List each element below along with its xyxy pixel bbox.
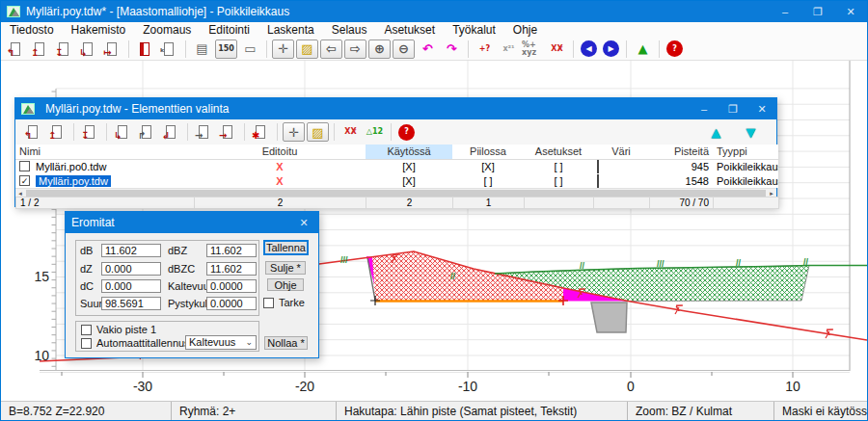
tarke-checkbox-row[interactable]: Tarke [263,297,305,308]
scroll-right-icon[interactable]: ▸ [767,189,776,197]
file-new-icon[interactable]: ᵏ [158,39,180,59]
print-icon[interactable]: ▤ [191,39,213,59]
pan-left-icon[interactable]: ⇦ [320,39,342,59]
row2-piilossa[interactable]: [ ] [452,173,524,188]
dialog-close-button[interactable]: ✕ [747,98,776,119]
file-close-icon[interactable] [134,39,156,59]
auto-checkbox-row[interactable]: Automaattitallennus [81,337,190,349]
sulje-button[interactable]: Sulje * [265,261,306,275]
move-down-icon[interactable]: ▼ [740,122,762,142]
file-read-icon[interactable]: ↰ [5,39,27,59]
row1-editoitu[interactable]: X [194,159,366,173]
elem-add-icon[interactable]: ↥ [46,122,68,142]
col-vari[interactable]: Väri [593,145,649,159]
field-dz[interactable]: 0.000 [101,262,161,276]
help-icon[interactable]: ? [666,40,683,57]
table-row[interactable]: ✓Mylläri.poy.tdw X [X] [ ] [ ] 1548 Poik… [15,173,778,188]
fit-page-icon[interactable]: ▭ [239,39,261,59]
field-dc[interactable]: 0.000 [101,279,161,293]
file-save-as-icon[interactable]: ↳ [77,39,99,59]
row2-checkbox[interactable]: ✓ [19,175,30,186]
dialog-minimize-button[interactable]: – [690,98,719,119]
add-query-icon[interactable]: +? [474,39,496,59]
row1-piilossa[interactable]: [X] [452,159,524,173]
scale-150-icon[interactable]: 150 [215,39,237,59]
check-codes-icon[interactable]: XX̷ [546,39,568,59]
elements-dialog-titlebar[interactable]: Mylläri.poy.tdw - Elementtien valinta – … [15,98,776,119]
field-pystykulma[interactable]: 0.0000 [206,297,257,310]
ohje-button[interactable]: Ohje [267,278,304,291]
auto-checkbox[interactable] [81,338,92,349]
help-icon[interactable]: ? [398,124,415,141]
measure-x21-icon[interactable]: x²¹ [498,39,520,59]
horizontal-scrollbar[interactable]: ◂ ▸ [15,188,776,197]
field-dbzc[interactable]: 11.602 [206,262,257,276]
row2-kaytossa[interactable]: [X] [366,173,452,188]
row1-checkbox[interactable] [19,161,30,171]
elem-copy-icon[interactable]: ↳ [112,122,134,142]
menu-ohje[interactable]: Ohje [504,23,546,37]
col-tyyppi[interactable]: Tyyppi [713,145,778,159]
menu-hakemisto[interactable]: Hakemisto [63,23,135,37]
next-section-icon[interactable]: ▶ [603,40,619,57]
row1-kaytossa[interactable]: [X] [366,159,452,173]
maximize-button[interactable]: ❐ [801,1,834,22]
menu-tiedosto[interactable]: Tiedosto [1,23,63,37]
vakio-checkbox[interactable] [81,325,92,335]
elem-new-icon[interactable]: ✱ [250,122,272,142]
volume-model-icon[interactable]: ▲ [632,39,654,59]
prev-section-icon[interactable]: ◀ [581,40,597,57]
elem-read-icon[interactable]: ↰ [22,122,44,142]
menu-laskenta[interactable]: Laskenta [258,23,323,37]
menu-tyokalut[interactable]: Työkalut [444,23,504,37]
vakio-checkbox-row[interactable]: Vakio piste 1 [81,324,156,335]
elem-duplicate-icon[interactable]: ↱ [136,122,158,142]
zoom-in-icon[interactable]: ⊕ [368,39,391,59]
field-suunta[interactable]: 98.5691 [101,297,161,310]
row1-name[interactable]: Mylläri.po0.tdw [36,161,106,172]
file-write-icon[interactable]: ↦ [101,39,123,59]
elem-forward-icon[interactable]: → [193,122,215,142]
menu-zoomaus[interactable]: Zoomaus [134,23,200,37]
close-button[interactable]: ✕ [834,1,867,22]
eromitat-titlebar[interactable]: Eromitat ✕ [66,212,318,233]
move-up-icon[interactable]: ▲ [705,122,727,142]
elem-remove-icon[interactable]: ↲ [160,122,182,142]
col-nimi[interactable]: Nimi [15,145,194,159]
undo-icon[interactable]: ↶ [417,39,439,59]
tallenna-button[interactable]: Tallenna [263,240,309,255]
dialog-maximize-button[interactable]: ❐ [719,98,747,119]
check-codes-icon[interactable]: XX̷ [339,122,362,142]
field-kaltevuus[interactable]: 0.0000 [206,279,257,293]
eromitat-close-button[interactable]: ✕ [289,212,318,233]
table-row[interactable]: Mylläri.po0.tdw X [X] [X] [ ] 945 Poikki… [15,159,778,173]
row2-color-swatch[interactable] [597,174,599,188]
nollaa-button[interactable]: Nollaa * [264,336,308,350]
elem-save-icon[interactable]: ↧ [79,122,101,142]
col-editoitu[interactable]: Editoitu [194,145,366,159]
menu-asetukset[interactable]: Asetukset [375,23,444,37]
col-kaytossa[interactable]: Käytössä [366,145,452,159]
row2-asetukset[interactable]: [ ] [524,173,593,188]
scale-f12-icon[interactable]: △12 [364,122,386,142]
field-dbz[interactable]: 11.602 [206,244,257,257]
fit-view-icon[interactable]: ✛ [283,122,305,142]
elem-backward-icon[interactable]: → [217,122,239,142]
col-pisteita[interactable]: Pisteitä [649,145,713,159]
field-db[interactable]: 11.602 [101,244,161,257]
minimize-button[interactable]: – [769,1,801,22]
zoom-extents-icon[interactable]: ✛ [272,39,294,59]
zoom-window-icon[interactable]: ▨ [296,39,318,59]
zoom-out-icon[interactable]: ⊖ [393,39,415,59]
kaltevuus-dropdown[interactable]: Kaltevuus ⌄ [185,335,257,350]
row2-editoitu[interactable]: X [194,173,366,188]
coords-xyz-icon[interactable]: %+ xyz [522,39,544,59]
file-add-icon[interactable]: ↥ [29,39,51,59]
pan-right-icon[interactable]: ⇨ [344,39,366,59]
col-piilossa[interactable]: Piilossa [452,145,524,159]
col-asetukset[interactable]: Asetukset [524,145,593,159]
redo-icon[interactable]: ↷ [441,39,463,59]
scrollbar-thumb[interactable] [26,190,766,197]
menu-editointi[interactable]: Editointi [200,23,258,37]
screen-editor-icon[interactable]: ▨ [307,122,329,142]
